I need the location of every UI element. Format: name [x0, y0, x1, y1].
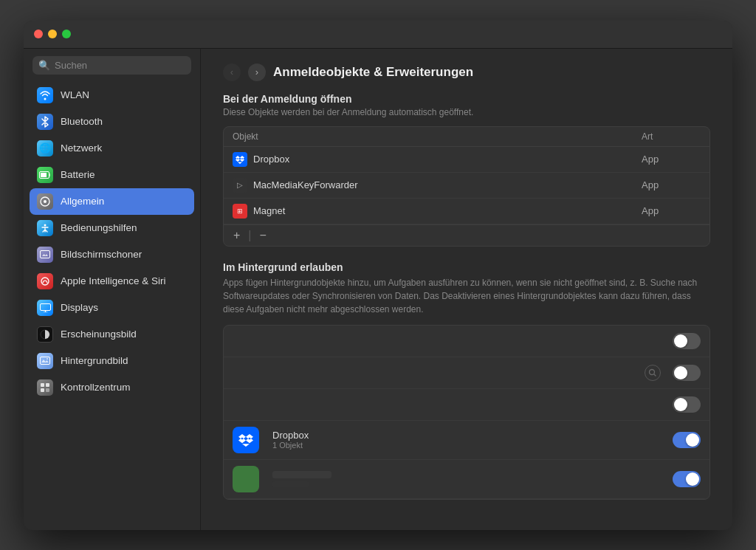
sidebar-item-batterie[interactable]: Batterie [30, 162, 194, 188]
bg-dropbox-name: Dropbox [272, 430, 665, 441]
bg-item-ghost2 [224, 357, 709, 389]
bg-item-dropbox: Dropbox 1 Objekt [224, 421, 709, 460]
section-hintergrund: Im Hintergrund erlauben Apps fügen Hinte… [223, 261, 710, 500]
section2-desc: Apps fügen Hintergrundobjekte hinzu, um … [223, 276, 710, 316]
erscheinungsbild-icon [37, 326, 53, 343]
section1-title: Bei der Anmeldung öffnen [223, 93, 710, 105]
svg-point-15 [650, 369, 655, 374]
login-items-table: Objekt Art Dropbox App [223, 126, 710, 247]
svg-rect-9 [41, 357, 50, 365]
siri-icon [37, 273, 53, 289]
main-window: 🔍 WLAN [24, 21, 732, 530]
sidebar-item-hintergrundbild[interactable]: Hintergrundbild [30, 348, 194, 374]
nav-back-button[interactable]: ‹ [223, 63, 241, 81]
sidebar-item-bluetooth[interactable]: Bluetooth [30, 109, 194, 135]
bildschirmschoner-icon [37, 247, 53, 263]
search-wrapper: 🔍 [32, 56, 191, 75]
remove-item-button[interactable]: − [258, 230, 269, 241]
svg-point-6 [41, 278, 49, 285]
bg-item-ghost1 [224, 326, 709, 357]
magnet-app-icon: ⊞ [233, 204, 247, 219]
kontrollzentrum-icon [37, 379, 53, 396]
table-row[interactable]: Dropbox App [224, 147, 709, 173]
toggle-ghost3[interactable] [673, 396, 701, 413]
search-input[interactable] [55, 60, 185, 71]
svg-rect-13 [41, 388, 44, 392]
sidebar-label-netzwerk: Netzwerk [61, 142, 102, 154]
svg-point-4 [44, 224, 47, 226]
nav-forward-button[interactable]: › [248, 63, 266, 81]
sidebar-item-siri[interactable]: Apple Intelligence & Siri [30, 268, 194, 295]
section-anmeldung: Bei der Anmeldung öffnen Diese Objekte w… [223, 93, 710, 247]
table-header: Objekt Art [224, 127, 709, 147]
bedienungshilfen-icon [37, 220, 53, 236]
toggle-knob [686, 472, 699, 486]
sidebar-item-netzwerk[interactable]: 🌐 Netzwerk [30, 135, 194, 162]
toggle-ghost2[interactable] [673, 365, 701, 381]
sidebar-item-erscheinungsbild[interactable]: Erscheinungsbild [30, 321, 194, 348]
bg-dropbox-sub: 1 Objekt [272, 441, 665, 450]
sidebar: 🔍 WLAN [24, 49, 201, 530]
add-item-button[interactable]: + [231, 230, 242, 241]
sidebar-item-displays[interactable]: Displays [30, 295, 194, 321]
sidebar-label-bluetooth: Bluetooth [61, 116, 103, 127]
bg-dropbox-icon [233, 427, 259, 453]
svg-rect-1 [41, 173, 47, 177]
minimize-button[interactable] [48, 30, 57, 38]
section1-desc: Diese Objekte werden bei der Anmeldung a… [223, 107, 710, 117]
sidebar-label-hintergrundbild: Hintergrundbild [61, 355, 128, 366]
svg-point-10 [47, 358, 48, 360]
toggle-knob [674, 334, 687, 348]
traffic-lights [34, 30, 71, 38]
sidebar-label-siri: Apple Intelligence & Siri [61, 275, 166, 286]
svg-point-3 [44, 200, 47, 203]
table-footer: + | − [224, 224, 709, 246]
nav-header: ‹ › Anmeldeobjekte & Erweiterungen [223, 63, 710, 81]
sidebar-item-wlan[interactable]: WLAN [30, 82, 194, 109]
toggle-partial[interactable] [673, 471, 701, 487]
displays-icon [37, 300, 53, 316]
close-button[interactable] [34, 30, 43, 38]
hintergrundbild-icon [37, 353, 53, 369]
sidebar-label-erscheinungsbild: Erscheinungsbild [61, 329, 137, 340]
bg-item-partial [224, 460, 709, 499]
sidebar-label-allgemein: Allgemein [61, 196, 104, 207]
sidebar-item-bedienungshilfen[interactable]: Bedienungshilfen [30, 215, 194, 241]
section2-title: Im Hintergrund erlauben [223, 261, 710, 273]
sidebar-item-allgemein[interactable]: Allgemein [30, 188, 194, 215]
wlan-icon [37, 87, 53, 103]
main-content: ‹ › Anmeldeobjekte & Erweiterungen Bei d… [201, 49, 732, 530]
maximize-button[interactable] [62, 30, 71, 38]
col-art-header: Art [642, 131, 701, 142]
mmkf-app-icon: ▷ [233, 178, 247, 193]
toggle-dropbox[interactable] [673, 432, 701, 448]
toggle-knob [686, 433, 699, 447]
sidebar-label-displays: Displays [61, 302, 98, 313]
partial-icon [233, 466, 259, 492]
sidebar-item-kontrollzentrum[interactable]: Kontrollzentrum [30, 374, 194, 401]
sidebar-label-bildschirmschoner: Bildschirmschoner [61, 249, 142, 260]
table-row[interactable]: ▷ MacMediaKeyForwarder App [224, 173, 709, 199]
toggle-ghost1[interactable] [673, 333, 701, 349]
ghost-search-icon [645, 365, 661, 381]
dropbox-app-icon [233, 152, 247, 167]
sidebar-label-wlan: WLAN [61, 89, 89, 100]
sidebar-label-bedienungshilfen: Bedienungshilfen [61, 222, 137, 233]
divider: | [248, 229, 251, 242]
toggle-knob [674, 398, 687, 411]
allgemein-icon [37, 193, 53, 210]
svg-rect-14 [46, 388, 49, 392]
sidebar-list: WLAN Bluetooth 🌐 Netzwerk [24, 82, 200, 401]
row-name-magnet: Magnet [253, 205, 642, 216]
table-row[interactable]: ⊞ Magnet App [224, 199, 709, 224]
bg-dropbox-info: Dropbox 1 Objekt [272, 430, 665, 450]
sidebar-item-bildschirmschoner[interactable]: Bildschirmschoner [30, 241, 194, 268]
partial-info [272, 471, 667, 487]
content-area: 🔍 WLAN [24, 49, 732, 530]
bg-items-container: Dropbox 1 Objekt [223, 325, 710, 500]
page-title: Anmeldeobjekte & Erweiterungen [273, 65, 473, 80]
row-name-dropbox: Dropbox [253, 154, 642, 165]
row-art-dropbox: App [642, 154, 701, 165]
row-art-mmkf: App [642, 179, 701, 190]
bluetooth-icon [37, 114, 53, 130]
